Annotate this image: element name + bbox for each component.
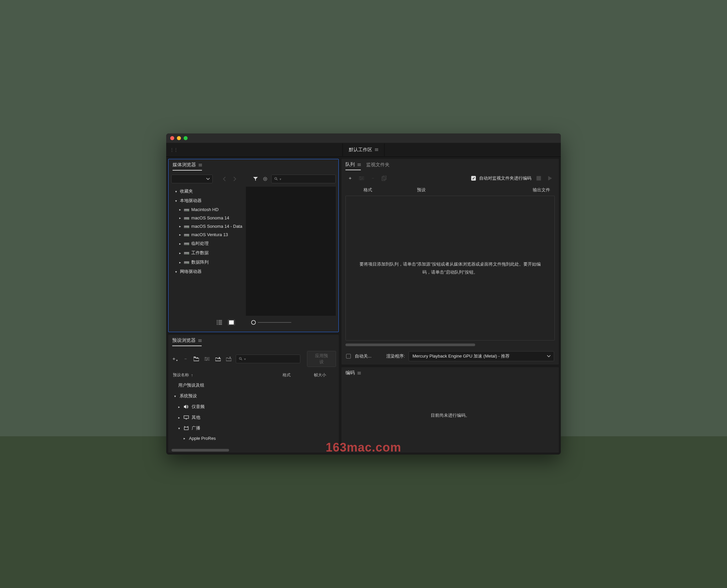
svg-point-14: [188, 235, 189, 236]
path-dropdown[interactable]: [171, 174, 213, 183]
close-window-button[interactable]: [170, 136, 174, 140]
remove-source-button[interactable]: －: [369, 174, 377, 182]
list-view-button[interactable]: [216, 319, 223, 326]
drive-label: 数据阵列: [191, 259, 209, 265]
start-queue-button[interactable]: [546, 174, 554, 182]
hamburger-icon[interactable]: [358, 372, 361, 374]
zoom-slider[interactable]: [251, 320, 291, 325]
col-output[interactable]: 输出文件: [497, 187, 550, 193]
add-source-button[interactable]: ＋: [346, 174, 354, 182]
preset-system-group[interactable]: ▾ 系统预设: [170, 391, 337, 401]
tree-label: 本地驱动器: [180, 198, 202, 204]
import-preset-button[interactable]: [214, 355, 222, 363]
tree-favorites[interactable]: ▾ 收藏夹: [171, 187, 246, 196]
chevron-down-icon: ▾: [174, 270, 178, 274]
tree-drive-item[interactable]: ▸macOS Ventura 13: [171, 230, 246, 239]
maximize-window-button[interactable]: [184, 136, 188, 140]
tree-area: ▾ 收藏夹 ▾ 本地驱动器 ▸Macintosh HD▸macOS Sonoma…: [171, 187, 336, 316]
tree-drive-item[interactable]: ▸macOS Sonoma 14: [171, 214, 246, 222]
tree-drive-item[interactable]: ▸数据阵列: [171, 257, 246, 267]
col-format[interactable]: 格式: [364, 187, 414, 193]
hamburger-icon[interactable]: [199, 164, 202, 166]
svg-rect-13: [184, 234, 189, 235]
tab-preset-browser[interactable]: 预设浏览器: [172, 337, 202, 346]
svg-rect-22: [184, 261, 189, 263]
ingest-button[interactable]: [261, 175, 269, 183]
tree-drive-item[interactable]: ▸Macintosh HD: [171, 205, 246, 214]
h-scrollbar[interactable]: [345, 342, 555, 347]
preset-other[interactable]: ▸ 其他: [170, 412, 337, 423]
minimize-window-button[interactable]: [177, 136, 181, 140]
hamburger-icon: [375, 148, 378, 151]
tree-network-drives[interactable]: ▾ 网络驱动器: [171, 267, 246, 276]
chevron-down-icon: ▾: [280, 177, 281, 181]
media-toolbar: ▾: [171, 173, 336, 187]
panel-body: ▾ ▾ 收藏夹 ▾ 本地驱动器: [169, 171, 338, 332]
chevron-down-icon: ▾: [173, 394, 177, 398]
encoding-status-message: 目前尚未进行编码。: [344, 381, 556, 450]
svg-point-32: [362, 178, 363, 179]
folder-tree[interactable]: ▾ 收藏夹 ▾ 本地驱动器 ▸Macintosh HD▸macOS Sonoma…: [171, 187, 246, 316]
tab-watch-folders[interactable]: 监视文件夹: [366, 162, 390, 170]
chevron-down-icon: ▾: [174, 190, 178, 193]
tree-drive-item[interactable]: ▸macOS Sonoma 14 - Data: [171, 222, 246, 230]
col-format[interactable]: 格式: [283, 372, 313, 378]
h-scrollbar[interactable]: [172, 448, 336, 452]
workspace-tab[interactable]: 默认工作区: [342, 144, 385, 156]
preset-apple-prores[interactable]: ▸ Apple ProRes: [170, 434, 337, 443]
preset-settings-button[interactable]: [203, 355, 211, 363]
nav-forward-button[interactable]: [231, 175, 238, 183]
slider-track: [258, 322, 291, 323]
svg-point-5: [188, 210, 189, 211]
stop-queue-button[interactable]: [535, 174, 543, 182]
svg-point-26: [207, 359, 208, 360]
tab-queue[interactable]: 队列: [345, 162, 361, 170]
queue-panel: 队列 监视文件夹 ＋ － 自动对监视文件夹进行编码: [341, 159, 559, 364]
apply-preset-button[interactable]: 应用预设: [307, 351, 336, 367]
slider-knob[interactable]: [251, 320, 256, 325]
preset-broadcast[interactable]: ▾ 广播: [170, 423, 337, 434]
preset-search-box[interactable]: ▾: [236, 355, 300, 363]
tree-drive-item[interactable]: ▸临时处理: [171, 239, 246, 248]
preset-audio-only[interactable]: ▸ 仅音频: [170, 401, 337, 412]
preset-user-group[interactable]: 用户预设及组: [170, 380, 337, 391]
hamburger-icon[interactable]: [358, 164, 361, 166]
filter-button[interactable]: [252, 175, 259, 183]
new-group-button[interactable]: [193, 355, 200, 363]
svg-point-31: [360, 176, 361, 177]
queue-settings-button[interactable]: [358, 174, 365, 182]
remove-preset-button[interactable]: －: [181, 355, 189, 363]
tree-drive-item[interactable]: ▸工作数据: [171, 248, 246, 257]
renderer-label: 渲染程序:: [386, 353, 405, 359]
search-box[interactable]: ▾: [271, 174, 336, 183]
drive-icon: [184, 251, 189, 255]
preset-search-input[interactable]: [247, 357, 297, 361]
search-input[interactable]: [283, 176, 333, 181]
tree-local-drives[interactable]: ▾ 本地驱动器: [171, 196, 246, 205]
encoding-panel: 编码 目前尚未进行编码。: [341, 367, 559, 453]
renderer-select[interactable]: Mercury Playback Engine GPU 加速 (Metal) -…: [409, 351, 554, 361]
col-preset[interactable]: 预设: [414, 187, 497, 193]
panel-body: ＋▾ － ▾ 应用预设: [168, 346, 339, 453]
duplicate-button[interactable]: [380, 174, 388, 182]
preview-pane: [246, 187, 336, 316]
auto-close-checkbox[interactable]: [346, 354, 351, 359]
nav-back-button[interactable]: [221, 175, 229, 183]
hamburger-icon[interactable]: [198, 339, 202, 342]
col-preset-name[interactable]: 预设名称: [173, 372, 189, 378]
export-preset-button[interactable]: [225, 355, 232, 363]
auto-encode-checkbox[interactable]: [471, 176, 476, 181]
tab-media-browser[interactable]: 媒体浏览器: [173, 162, 202, 171]
add-preset-button[interactable]: ＋▾: [171, 355, 178, 363]
drive-label: macOS Ventura 13: [191, 232, 228, 237]
sort-arrow-icon: ↑: [191, 373, 193, 378]
grip-icon: ⋮⋮: [170, 147, 177, 152]
queue-drop-area[interactable]: 要将项目添加到队列，请单击"添加源"按钮或者从媒体浏览器或桌面将文件拖到此处。要…: [345, 196, 555, 340]
tab-label: 编码: [345, 370, 355, 376]
drive-icon: [184, 216, 189, 220]
search-icon: [239, 357, 243, 361]
tab-encoding[interactable]: 编码: [345, 370, 361, 378]
preset-tree[interactable]: 用户预设及组 ▾ 系统预设 ▸ 仅音频 ▸: [170, 380, 337, 448]
thumbnail-view-button[interactable]: [228, 319, 235, 326]
col-frame-size[interactable]: 帧大小: [314, 372, 334, 378]
